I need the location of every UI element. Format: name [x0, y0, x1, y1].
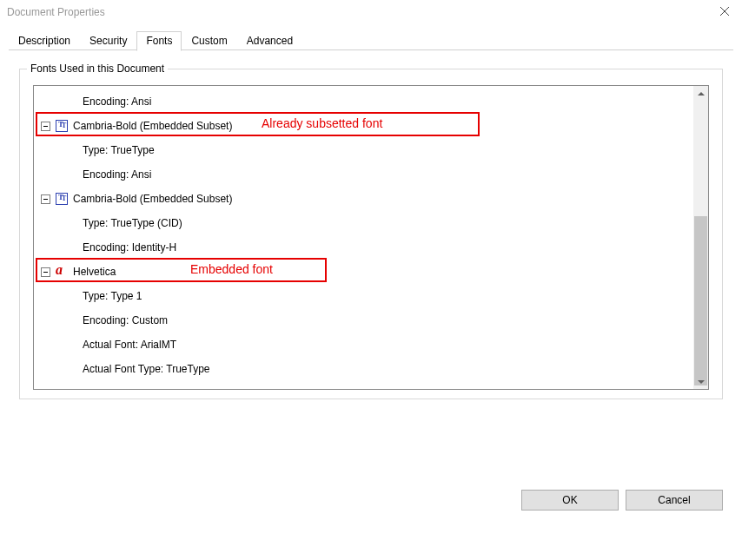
dialog-button-row: OK Cancel: [521, 490, 723, 511]
type1-font-icon: [56, 266, 68, 278]
group-legend: Fonts Used in this Document: [27, 63, 168, 75]
tree-row-text: Encoding: Ansi: [83, 96, 151, 108]
font-tree-detail: Encoding: Ansi: [34, 89, 693, 114]
tree-expander[interactable]: [41, 194, 50, 204]
font-tree-detail: Type: TrueType (CID): [34, 211, 693, 235]
tree-row-text: Type: TrueType (CID): [83, 217, 182, 229]
tab-advanced[interactable]: Advanced: [237, 31, 302, 50]
font-tree-detail: Type: Type 1: [34, 284, 693, 308]
font-tree-detail: Encoding: Custom: [34, 308, 693, 333]
button-label: Cancel: [658, 494, 690, 506]
tree-row-text: Cambria-Bold (Embedded Subset): [73, 193, 232, 205]
tree-expander[interactable]: [41, 267, 50, 277]
chevron-up-icon: [698, 88, 705, 100]
font-tree-detail: Type: TrueType: [34, 138, 693, 162]
tab-label: Security: [89, 35, 127, 47]
vertical-scrollbar[interactable]: [693, 86, 708, 389]
tab-label: Description: [18, 35, 70, 47]
titlebar: Document Properties: [0, 0, 742, 24]
font-tree-detail: Encoding: Ansi: [34, 162, 693, 187]
tab-description[interactable]: Description: [9, 31, 80, 50]
font-tree-item[interactable]: Cambria-Bold (Embedded Subset): [34, 114, 693, 138]
font-tree-item[interactable]: Helvetica: [34, 260, 693, 284]
tab-label: Fonts: [146, 35, 172, 47]
tree-row-text: Actual Font: ArialMT: [83, 339, 176, 351]
svg-marker-3: [698, 380, 705, 384]
ok-button[interactable]: OK: [521, 490, 619, 511]
fonts-group: Fonts Used in this Document Encoding: An…: [19, 63, 723, 399]
font-tree-detail: Actual Font Type: TrueType: [34, 357, 693, 381]
tree-row-text: Helvetica: [73, 266, 116, 278]
cancel-button[interactable]: Cancel: [626, 490, 723, 511]
tabstrip: Description Security Fonts Custom Advanc…: [9, 30, 733, 50]
tree-row-text: Encoding: Custom: [83, 314, 168, 326]
truetype-font-icon: [56, 120, 68, 132]
tree-row-text: Actual Font Type: TrueType: [83, 363, 210, 375]
tab-label: Custom: [191, 35, 227, 47]
scrollbar-thumb[interactable]: [694, 216, 707, 385]
font-tree-viewport: Encoding: AnsiCambria-Bold (Embedded Sub…: [33, 85, 709, 390]
font-tree-detail: Actual Font: ArialMT: [34, 333, 693, 357]
tree-row-text: Encoding: Identity-H: [83, 241, 176, 254]
close-icon: [720, 6, 729, 18]
svg-marker-2: [698, 92, 705, 96]
tab-fonts[interactable]: Fonts: [136, 31, 182, 51]
font-tree-detail: Encoding: Identity-H: [34, 235, 693, 260]
tab-security[interactable]: Security: [80, 31, 136, 50]
scroll-down-button[interactable]: [693, 374, 708, 389]
tree-expander[interactable]: [41, 122, 50, 131]
scroll-up-button[interactable]: [693, 86, 708, 101]
tree-row-text: Cambria-Bold (Embedded Subset): [73, 120, 232, 132]
tab-body: Fonts Used in this Document Encoding: An…: [9, 50, 733, 519]
truetype-font-icon: [56, 193, 68, 205]
tree-row-text: Encoding: Ansi: [83, 168, 151, 181]
tab-custom[interactable]: Custom: [182, 31, 236, 50]
chevron-down-icon: [698, 376, 705, 388]
font-tree-scroll: Encoding: AnsiCambria-Bold (Embedded Sub…: [34, 86, 693, 389]
font-tree[interactable]: Encoding: AnsiCambria-Bold (Embedded Sub…: [34, 86, 693, 381]
tree-row-text: Type: Type 1: [83, 290, 142, 302]
font-tree-item[interactable]: Cambria-Bold (Embedded Subset): [34, 187, 693, 211]
tab-label: Advanced: [247, 35, 293, 47]
tree-row-text: Type: TrueType: [83, 144, 155, 156]
button-label: OK: [562, 494, 577, 506]
window-title: Document Properties: [7, 6, 105, 18]
window-close-button[interactable]: [707, 0, 742, 24]
